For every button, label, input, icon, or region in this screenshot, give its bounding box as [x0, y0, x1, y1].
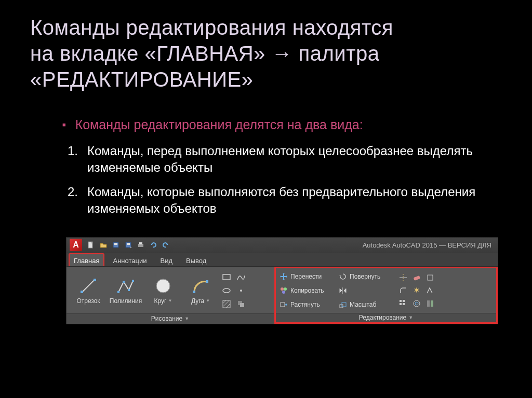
arc-icon	[191, 277, 210, 295]
svg-rect-10	[117, 291, 119, 293]
svg-point-24	[240, 290, 242, 292]
spline-icon[interactable]	[236, 272, 246, 282]
point-icon[interactable]	[236, 285, 246, 296]
erase-icon[interactable]	[411, 272, 422, 283]
svg-line-23	[226, 304, 230, 308]
svg-point-19	[223, 289, 230, 293]
trim-icon[interactable]	[397, 272, 409, 283]
stretch-label: Растянуть	[290, 301, 320, 308]
svg-line-21	[223, 300, 226, 304]
new-file-icon[interactable]	[86, 240, 96, 250]
svg-rect-17	[206, 280, 208, 283]
polyline-label: Полилиния	[110, 297, 142, 305]
title-line-2b: палитра	[292, 42, 380, 65]
copy-label: Копировать	[290, 287, 324, 294]
svg-rect-43	[427, 300, 430, 307]
autocad-logo-icon[interactable]: A	[70, 239, 82, 251]
svg-rect-38	[403, 303, 405, 305]
numbered-list: 1. Команды, перед выполнением которых це…	[62, 143, 502, 217]
circle-label: Круг▼	[154, 297, 172, 305]
autocad-screenshot: A	[66, 237, 498, 324]
draw-panel: Отрезок Полилиния Круг▼	[66, 267, 274, 324]
draw-panel-label: Рисование	[151, 315, 182, 322]
svg-point-27	[281, 287, 284, 291]
rotate-button[interactable]: Повернуть	[338, 270, 395, 283]
print-icon[interactable]	[136, 240, 145, 250]
edit-panel-title[interactable]: Редактирование ▼	[276, 313, 496, 322]
line-label: Отрезок	[76, 297, 100, 305]
copy-icon	[279, 286, 288, 295]
rotate-label: Повернуть	[350, 273, 380, 280]
edit-extra-col-2	[411, 270, 422, 311]
svg-rect-31	[340, 305, 343, 308]
svg-rect-8	[81, 291, 83, 293]
edit-panel-body: Перенести Копировать Растянуть	[276, 268, 496, 313]
undo-icon[interactable]	[149, 240, 158, 250]
scale-label: Масштаб	[350, 301, 376, 308]
circle-button[interactable]: Круг▼	[144, 277, 182, 305]
scale-button[interactable]: Масштаб	[338, 298, 395, 311]
tab-home[interactable]: Главная	[69, 253, 104, 266]
tab-view[interactable]: Вид	[155, 253, 178, 266]
rotate-icon	[338, 272, 348, 281]
stretch-icon	[279, 300, 288, 309]
svg-rect-0	[88, 242, 92, 248]
tab-annotations[interactable]: Аннотации	[108, 253, 152, 266]
intro-bullet: ■ Команды редактирования делятся на два …	[62, 117, 502, 132]
list-text: Команды, которые выполняются без предвар…	[87, 184, 502, 217]
edit-left-column: Перенести Копировать Растянуть	[279, 270, 336, 311]
array-icon[interactable]	[397, 298, 409, 309]
mirror-icon	[338, 286, 348, 295]
arrow-icon: →	[271, 42, 292, 65]
fillet-icon[interactable]	[397, 285, 409, 296]
save-as-icon[interactable]	[124, 240, 133, 250]
tab-output[interactable]: Вывод	[181, 253, 211, 266]
hatch-icon[interactable]	[221, 299, 232, 309]
edit-panel: Перенести Копировать Растянуть	[274, 267, 498, 324]
list-number: 1.	[62, 143, 78, 176]
rectangle-icon[interactable]	[221, 272, 232, 282]
list-item: 2. Команды, которые выполняются без пред…	[62, 184, 502, 217]
save-icon[interactable]	[111, 240, 121, 250]
svg-rect-4	[127, 243, 130, 245]
redo-icon[interactable]	[161, 240, 170, 250]
bullet-text: Команды редактирования делятся на два ви…	[75, 117, 363, 132]
extra-icon-2[interactable]	[424, 285, 436, 296]
stretch-button[interactable]: Растянуть	[279, 298, 336, 311]
move-label: Перенести	[290, 273, 322, 280]
svg-rect-42	[428, 275, 433, 280]
offset-icon[interactable]	[411, 298, 422, 309]
move-button[interactable]: Перенести	[279, 270, 336, 283]
svg-point-40	[414, 300, 420, 307]
svg-rect-16	[193, 291, 195, 293]
polyline-icon	[116, 277, 135, 295]
extra-icon-1[interactable]	[424, 272, 436, 283]
list-item: 1. Команды, перед выполнением которых це…	[62, 143, 502, 176]
copy-button[interactable]: Копировать	[279, 284, 336, 297]
slide-title: Команды редактирования находятся на вкла…	[30, 15, 502, 92]
svg-point-29	[282, 291, 285, 294]
polyline-button[interactable]: Полилиния	[107, 277, 144, 305]
draw-extra-column-2	[234, 272, 248, 309]
svg-rect-37	[400, 303, 402, 305]
ellipse-icon[interactable]	[221, 285, 232, 296]
edit-extra-col-1	[397, 270, 409, 311]
line-button[interactable]: Отрезок	[70, 277, 107, 305]
mirror-button[interactable]	[338, 284, 395, 297]
arc-button[interactable]: Дуга▼	[182, 277, 219, 305]
svg-rect-18	[223, 275, 230, 280]
extra-icon-3[interactable]	[424, 298, 436, 309]
svg-rect-39	[414, 276, 420, 281]
list-number: 2.	[62, 184, 78, 217]
move-icon	[279, 272, 288, 281]
draw-panel-title[interactable]: Рисование ▼	[66, 313, 274, 324]
open-file-icon[interactable]	[99, 240, 108, 250]
ribbon-tabs: Главная Аннотации Вид Вывод	[66, 253, 498, 267]
region-icon[interactable]	[236, 299, 246, 309]
svg-point-41	[415, 302, 418, 305]
svg-rect-2	[114, 243, 117, 245]
svg-rect-9	[94, 279, 96, 281]
arc-label: Дуга▼	[191, 297, 210, 305]
explode-icon[interactable]	[411, 285, 422, 296]
chevron-down-icon: ▼	[184, 316, 189, 321]
